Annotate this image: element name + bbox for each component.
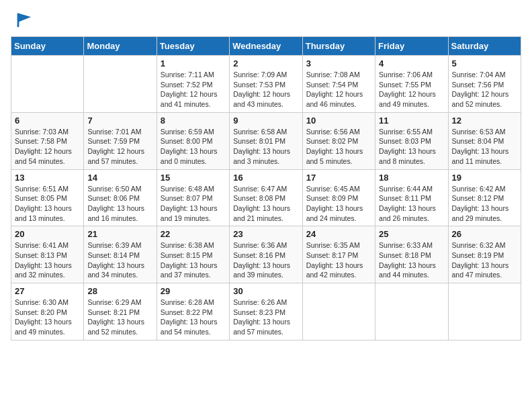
day-cell: 24Sunrise: 6:35 AMSunset: 8:17 PMDayligh… (302, 226, 375, 283)
day-cell: 16Sunrise: 6:47 AMSunset: 8:08 PMDayligh… (230, 169, 302, 226)
week-row-1: 1Sunrise: 7:11 AMSunset: 7:52 PMDaylight… (11, 56, 521, 113)
day-number: 2 (233, 58, 298, 68)
day-cell: 2Sunrise: 7:09 AMSunset: 7:53 PMDaylight… (230, 56, 302, 113)
day-number: 14 (87, 173, 152, 183)
page: SundayMondayTuesdayWednesdayThursdayFrid… (0, 0, 532, 411)
day-detail: Sunrise: 6:26 AMSunset: 8:23 PMDaylight:… (233, 298, 298, 337)
calendar-header: SundayMondayTuesdayWednesdayThursdayFrid… (11, 37, 521, 56)
day-number: 25 (379, 229, 444, 239)
day-cell: 11Sunrise: 6:55 AMSunset: 8:03 PMDayligh… (375, 112, 448, 169)
day-number: 10 (306, 116, 371, 126)
svg-marker-0 (18, 13, 31, 22)
day-cell: 17Sunrise: 6:45 AMSunset: 8:09 PMDayligh… (302, 169, 375, 226)
week-row-2: 6Sunrise: 7:03 AMSunset: 7:58 PMDaylight… (11, 112, 521, 169)
day-number: 16 (233, 173, 298, 183)
day-detail: Sunrise: 6:42 AMSunset: 8:12 PMDaylight:… (452, 184, 517, 224)
day-detail: Sunrise: 6:53 AMSunset: 8:04 PMDaylight:… (452, 127, 517, 167)
day-number: 6 (15, 116, 80, 126)
day-cell (84, 56, 157, 113)
day-cell: 21Sunrise: 6:39 AMSunset: 8:14 PMDayligh… (84, 226, 157, 283)
day-cell: 26Sunrise: 6:32 AMSunset: 8:19 PMDayligh… (448, 226, 521, 283)
day-cell: 10Sunrise: 6:56 AMSunset: 8:02 PMDayligh… (302, 112, 375, 169)
day-detail: Sunrise: 6:51 AMSunset: 8:05 PMDaylight:… (15, 184, 80, 224)
header-cell-sunday: Sunday (11, 37, 84, 56)
day-cell: 8Sunrise: 6:59 AMSunset: 8:00 PMDaylight… (157, 112, 229, 169)
calendar-body: 1Sunrise: 7:11 AMSunset: 7:52 PMDaylight… (11, 56, 521, 340)
day-number: 3 (306, 58, 371, 68)
day-cell (302, 283, 375, 340)
day-detail: Sunrise: 6:30 AMSunset: 8:20 PMDaylight:… (15, 298, 80, 337)
day-number: 22 (161, 229, 226, 239)
day-detail: Sunrise: 6:58 AMSunset: 8:01 PMDaylight:… (233, 127, 298, 167)
day-number: 7 (87, 116, 152, 126)
day-detail: Sunrise: 6:33 AMSunset: 8:18 PMDaylight:… (379, 240, 444, 280)
day-cell: 4Sunrise: 7:06 AMSunset: 7:55 PMDaylight… (375, 56, 448, 113)
day-detail: Sunrise: 6:29 AMSunset: 8:21 PMDaylight:… (87, 298, 152, 337)
day-number: 23 (233, 229, 298, 239)
day-cell: 9Sunrise: 6:58 AMSunset: 8:01 PMDaylight… (230, 112, 302, 169)
day-number: 4 (379, 58, 444, 68)
day-detail: Sunrise: 6:38 AMSunset: 8:15 PMDaylight:… (161, 240, 226, 280)
day-cell: 22Sunrise: 6:38 AMSunset: 8:15 PMDayligh… (157, 226, 229, 283)
day-number: 18 (379, 173, 444, 183)
day-detail: Sunrise: 6:36 AMSunset: 8:16 PMDaylight:… (233, 240, 298, 280)
day-cell: 5Sunrise: 7:04 AMSunset: 7:56 PMDaylight… (448, 56, 521, 113)
day-number: 26 (452, 229, 517, 239)
day-number: 9 (233, 116, 298, 126)
header-cell-monday: Monday (84, 37, 157, 56)
day-number: 24 (306, 229, 371, 239)
day-detail: Sunrise: 6:41 AMSunset: 8:13 PMDaylight:… (15, 240, 80, 280)
day-detail: Sunrise: 6:45 AMSunset: 8:09 PMDaylight:… (306, 184, 371, 224)
day-detail: Sunrise: 6:28 AMSunset: 8:22 PMDaylight:… (161, 298, 226, 337)
day-detail: Sunrise: 7:04 AMSunset: 7:56 PMDaylight:… (452, 70, 517, 109)
day-number: 11 (379, 116, 444, 126)
day-number: 27 (15, 286, 80, 296)
day-detail: Sunrise: 6:56 AMSunset: 8:02 PMDaylight:… (306, 127, 371, 167)
day-cell (448, 283, 521, 340)
day-cell: 13Sunrise: 6:51 AMSunset: 8:05 PMDayligh… (11, 169, 84, 226)
header-cell-wednesday: Wednesday (230, 37, 302, 56)
day-cell: 15Sunrise: 6:48 AMSunset: 8:07 PMDayligh… (157, 169, 229, 226)
day-number: 13 (15, 173, 80, 183)
day-cell: 6Sunrise: 7:03 AMSunset: 7:58 PMDaylight… (11, 112, 84, 169)
day-number: 21 (87, 229, 152, 239)
day-number: 17 (306, 173, 371, 183)
day-cell: 30Sunrise: 6:26 AMSunset: 8:23 PMDayligh… (230, 283, 302, 340)
day-cell: 12Sunrise: 6:53 AMSunset: 8:04 PMDayligh… (448, 112, 521, 169)
day-number: 1 (161, 58, 226, 68)
day-detail: Sunrise: 7:01 AMSunset: 7:59 PMDaylight:… (87, 127, 152, 167)
logo-flag-icon (13, 11, 32, 30)
header-cell-friday: Friday (375, 37, 448, 56)
header-row: SundayMondayTuesdayWednesdayThursdayFrid… (11, 37, 521, 56)
header (11, 11, 521, 30)
week-row-3: 13Sunrise: 6:51 AMSunset: 8:05 PMDayligh… (11, 169, 521, 226)
day-detail: Sunrise: 7:11 AMSunset: 7:52 PMDaylight:… (161, 70, 226, 109)
header-cell-saturday: Saturday (448, 37, 521, 56)
day-number: 20 (15, 229, 80, 239)
day-cell: 28Sunrise: 6:29 AMSunset: 8:21 PMDayligh… (84, 283, 157, 340)
day-detail: Sunrise: 7:03 AMSunset: 7:58 PMDaylight:… (15, 127, 80, 167)
day-cell: 19Sunrise: 6:42 AMSunset: 8:12 PMDayligh… (448, 169, 521, 226)
day-number: 28 (87, 286, 152, 296)
day-detail: Sunrise: 6:59 AMSunset: 8:00 PMDaylight:… (161, 127, 226, 167)
day-detail: Sunrise: 7:08 AMSunset: 7:54 PMDaylight:… (306, 70, 371, 109)
day-number: 8 (161, 116, 226, 126)
day-cell: 23Sunrise: 6:36 AMSunset: 8:16 PMDayligh… (230, 226, 302, 283)
week-row-5: 27Sunrise: 6:30 AMSunset: 8:20 PMDayligh… (11, 283, 521, 340)
day-detail: Sunrise: 6:39 AMSunset: 8:14 PMDaylight:… (87, 240, 152, 280)
day-cell: 29Sunrise: 6:28 AMSunset: 8:22 PMDayligh… (157, 283, 229, 340)
logo (11, 11, 32, 30)
day-detail: Sunrise: 7:06 AMSunset: 7:55 PMDaylight:… (379, 70, 444, 109)
day-cell: 27Sunrise: 6:30 AMSunset: 8:20 PMDayligh… (11, 283, 84, 340)
day-number: 5 (452, 58, 517, 68)
day-cell: 14Sunrise: 6:50 AMSunset: 8:06 PMDayligh… (84, 169, 157, 226)
day-detail: Sunrise: 6:32 AMSunset: 8:19 PMDaylight:… (452, 240, 517, 280)
day-detail: Sunrise: 6:55 AMSunset: 8:03 PMDaylight:… (379, 127, 444, 167)
logo-text-block (11, 11, 32, 30)
svg-rect-1 (17, 13, 19, 28)
calendar-table: SundayMondayTuesdayWednesdayThursdayFrid… (11, 36, 521, 340)
day-cell: 7Sunrise: 7:01 AMSunset: 7:59 PMDaylight… (84, 112, 157, 169)
day-detail: Sunrise: 6:35 AMSunset: 8:17 PMDaylight:… (306, 240, 371, 280)
day-detail: Sunrise: 7:09 AMSunset: 7:53 PMDaylight:… (233, 70, 298, 109)
day-number: 15 (161, 173, 226, 183)
